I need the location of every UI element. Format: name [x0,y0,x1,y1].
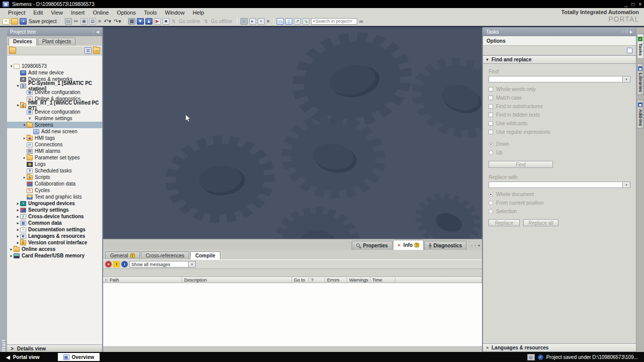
checkbox-match-case[interactable] [489,96,493,100]
column-header-go-to[interactable]: Go to [292,277,309,283]
restore-window-layout-button[interactable]: ↗ [294,18,301,25]
upload-from-device-button[interactable]: ▲ [145,18,152,25]
message-filter-select[interactable]: Show all messages▾ [129,261,196,267]
start-runtime-button[interactable]: ▶ [154,18,161,25]
tree-item-cross-device-functions[interactable]: ▸ƒCross-device functions [7,213,102,220]
tree-expand-icon[interactable]: ▸ [16,234,20,238]
column-header-path[interactable]: Path [108,277,182,283]
cut-icon[interactable]: ✂ [73,19,79,24]
menu-help[interactable]: Help [189,9,208,16]
collapse-pane-icon[interactable]: ▫ [474,243,476,248]
stop-simulation-button[interactable]: ▪ [258,18,265,25]
tree-expand-icon[interactable]: ▸ [16,208,20,212]
chevron-down-icon[interactable]: ▾ [622,76,630,82]
accessible-devices-button[interactable]: ⌂ [240,18,248,25]
languages-resources-section-header[interactable]: > Languages & resources [483,343,636,352]
tree-item-connections[interactable]: ⇄Connections [7,141,102,148]
tree-item-hmi-rt-1-wincc-unified-pc-rt[interactable]: ▾▯HMI_RT_1 [WinCC Unified PC RT] [7,102,102,109]
tree-item-screens[interactable]: ▾Screens [7,122,102,128]
column-header-extra[interactable]: ! [103,277,108,283]
subtab-compile[interactable]: Compile [190,251,220,259]
close-button[interactable]: × [638,2,641,7]
tree-item-cycles[interactable]: ↻Cycles [7,187,102,194]
side-tab-add-ins[interactable]: ▣Add-Ins [637,100,644,129]
tree-item-hmi-tags[interactable]: ▸◆HMI tags [7,135,102,141]
tree-expand-icon[interactable]: ▸ [16,221,20,225]
tab-devices[interactable]: Devices [9,38,37,46]
tab-properties[interactable]: Properties [352,241,392,250]
pane-menu-icon[interactable]: ▾ [478,243,480,248]
checkbox-find-in-substructures[interactable] [489,104,493,109]
float-pane-icon[interactable]: ▫ [471,243,472,248]
message-table-body[interactable] [103,283,482,346]
find-button[interactable]: Find [489,161,553,168]
tray-app-icon[interactable]: ▤ [527,354,535,360]
chevron-down-icon[interactable]: ▾ [188,261,195,267]
menu-insert[interactable]: Insert [67,9,89,16]
tree-expand-icon[interactable]: ▸ [16,228,20,232]
filter-warnings-button[interactable]: ! [113,261,120,267]
go-online-button[interactable]: ↯Go online [171,19,202,24]
tree-item-scripts[interactable]: ▸sScripts [7,174,102,180]
tree-item-add-new-device[interactable]: +Add new device [7,69,102,76]
start-simulation-button[interactable]: ▸ [249,18,256,25]
column-header-warnings[interactable]: Warnings [347,277,370,283]
menu-window[interactable]: Window [161,9,189,16]
side-tab-tasks[interactable]: ✓Tasks [637,34,644,59]
portal-view-button[interactable]: ◀ Portal view [6,354,40,360]
tree-item-security-settings[interactable]: ▸Security settings [7,207,102,213]
tree-item-card-reader-usb-memory[interactable]: ▸Card Reader/USB memory [7,252,102,259]
tab-diagnostics[interactable]: ╋Diagnostics [424,241,466,250]
tab-plant-objects[interactable]: Plant objects [38,38,75,46]
download-to-device-button[interactable]: ▼ [137,18,144,25]
save-window-layout-button[interactable]: ↘ [302,18,309,25]
tree-item-online-access[interactable]: ▸Online access [7,246,102,252]
filter-errors-button[interactable]: × [105,261,112,267]
redo-icon[interactable]: ↷▾ [113,19,122,24]
replace-all-button[interactable]: Replace all [523,219,558,226]
column-header-extra[interactable] [395,277,482,283]
stop-runtime-button[interactable]: ■ [163,18,170,25]
column-header-time[interactable]: Time [370,277,395,283]
tree-search-button[interactable] [9,47,16,54]
chevron-down-icon[interactable]: ▾ [622,182,630,188]
tree-expand-button[interactable]: → [93,47,100,54]
menu-project[interactable]: Project [4,9,29,16]
menu-view[interactable]: View [47,9,67,16]
overview-tab[interactable]: ▤ Overview [58,353,100,361]
tree-item-parameter-set-types[interactable]: ▸Parameter set types [7,154,102,161]
tree-item-languages-resources[interactable]: ▸⊕Languages & resources [7,233,102,239]
details-view-bar[interactable]: > Details view [7,344,102,352]
tree-expand-icon[interactable]: ▸ [9,247,14,251]
delete-icon[interactable]: × [98,19,102,24]
tree-item-logs[interactable]: ▦Logs [7,161,102,167]
tree-item-add-new-screen[interactable]: +Add new screen [7,128,102,135]
collapse-pane-icon[interactable]: ◀ [96,30,99,34]
checkbox-whole-words-only[interactable] [489,87,493,92]
menu-options[interactable]: Options [113,9,140,16]
tree-item-text-and-graphic-lists[interactable]: AText and graphic lists [7,194,102,200]
tree-item-runtime-settings[interactable]: YRuntime settings [7,115,102,122]
start-rail[interactable]: Start [0,27,7,352]
checkbox-find-in-hidden-texts[interactable] [489,113,493,117]
tree-column-view-button[interactable]: ▥ [85,47,92,54]
pin-pane-icon[interactable]: □ [625,30,628,34]
scope-radio-from-current-position[interactable] [489,201,493,205]
minimize-button[interactable]: _ [625,2,628,7]
tab-info[interactable]: ►Info! [393,240,424,250]
tree-item-common-data[interactable]: ▸▥Common data [7,220,102,226]
compile-button[interactable]: ▦ [128,18,135,25]
tree-expand-icon[interactable]: ▸ [22,175,27,179]
split-editor-vertical-button[interactable]: ▯ [285,18,292,25]
paste-button[interactable]: ▤ [89,18,96,25]
scope-radio-whole-document[interactable] [489,192,493,197]
replace-button[interactable]: Replace [489,219,520,226]
go-offline-button[interactable]: ↯Go offline [203,19,234,24]
menu-edit[interactable]: Edit [29,9,47,16]
collapse-pane-icon[interactable]: ▶ [630,30,633,34]
filter-info-button[interactable]: i [121,261,128,267]
tree-expand-icon[interactable]: ▸ [9,254,14,258]
side-tab-libraries[interactable]: ▤Libraries [637,63,644,95]
tree-collapse-icon[interactable]: ▾ [22,123,27,127]
tree-collapse-icon[interactable]: ▾ [16,84,20,88]
